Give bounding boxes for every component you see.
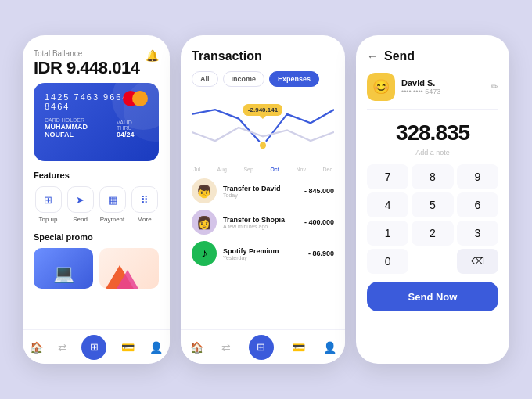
num-6[interactable]: 6 [457,192,498,217]
numpad: 7 8 9 4 5 6 1 2 3 0 ⌫ [367,164,498,274]
month-oct: Oct [270,167,279,172]
feature-send[interactable]: ➤ Send [66,186,95,223]
transaction-title: Transaction [192,49,334,63]
promo-card-2[interactable] [99,248,159,289]
txn-info-spotify: Spotify Premium Yesterday [223,247,302,261]
laptop-icon: 💻 [53,264,74,284]
balance-label: Total Ballance [34,49,139,58]
nav-transfer-icon[interactable]: ⇄ [58,341,67,354]
recipient-name: David S. [401,78,484,88]
txn-amount-spotify: - 86.900 [308,250,334,257]
nav-profile-icon[interactable]: 👤 [149,341,163,354]
txn-amount-shopia: - 400.000 [304,218,334,226]
txn-name-shopia: Transfer to Shopia [223,216,298,224]
num-7[interactable]: 7 [367,164,408,189]
chart-dot [259,141,267,149]
txn-info-shopia: Transfer to Shopia A few minutes ago [223,216,298,229]
amount-note[interactable]: Add a note [367,149,498,156]
feature-topup[interactable]: ⊞ Top up [34,186,63,223]
month-sep: Sep [243,167,253,172]
mastercard-logo [123,91,148,106]
send-now-label: Send Now [408,291,458,303]
recipient-row: 😊 David S. •••• •••• 5473 ✏ [367,73,498,110]
nav2-transfer-icon[interactable]: ⇄ [221,341,231,354]
month-aug: Aug [217,167,226,172]
send-now-button[interactable]: Send Now [367,282,498,311]
txn-info-david: Transfer to David Today [223,185,298,198]
num-2[interactable]: 2 [412,221,453,246]
txn-amount-david: - 845.000 [304,187,334,195]
promo-title: Special promo [34,232,159,242]
balance-amount: IDR 9.448.014 [34,58,139,78]
tab-expenses[interactable]: Expenses [269,71,319,87]
filter-tabs: All Income Expenses [192,71,334,87]
nav-home-icon[interactable]: 🏠 [30,341,43,354]
mc-orange-circle [132,91,148,106]
chart-labels: Jul Aug Sep Oct Nov Dec [192,167,334,172]
nav-scan-icon[interactable]: ⊞ [81,335,106,360]
num-4[interactable]: 4 [367,192,408,217]
month-dec: Dec [323,167,332,172]
send-header: ← Send [367,49,498,63]
send-page-title: Send [384,49,415,63]
amount-display: 328.835 [367,120,498,146]
promo-cards: 💻 [34,248,159,289]
payment-label: Payment [100,216,125,223]
bell-icon: 🔔 [146,49,159,62]
promo-card-1[interactable]: 💻 [34,248,93,289]
triangle-2 [117,270,138,289]
chart-tooltip: -2.940.141 [243,104,282,116]
num-1[interactable]: 1 [367,221,408,246]
tab-income[interactable]: Income [223,71,265,87]
expense-line [192,128,334,141]
num-3[interactable]: 3 [457,221,498,246]
num-0[interactable]: 0 [367,249,408,274]
more-icon: ⠿ [131,186,158,213]
credit-card: 1425 7463 9664 8464 CARD HOLDER MUHAMMAD… [34,83,159,161]
month-nov: Nov [297,167,306,172]
edit-icon[interactable]: ✏ [491,81,498,92]
topup-icon: ⊞ [35,186,62,213]
tab-all[interactable]: All [192,71,218,87]
transaction-list: 👦 Transfer to David Today - 845.000 👩 Tr… [192,178,334,266]
nav-wallet-icon[interactable]: 💳 [121,341,135,354]
send-icon: ➤ [67,186,94,213]
transaction-item[interactable]: 👦 Transfer to David Today - 845.000 [192,178,334,203]
card-holder-label: CARD HOLDER [45,117,117,123]
send-label: Send [73,216,88,223]
txn-time-david: Today [223,192,298,198]
feature-payment[interactable]: ▦ Payment [98,186,127,223]
month-jul: Jul [193,167,200,172]
more-label: More [137,216,151,223]
recipient-info: David S. •••• •••• 5473 [401,78,484,95]
valid-thru-label: VALID THRU [117,120,148,131]
transaction-item-2[interactable]: 👩 Transfer to Shopia A few minutes ago -… [192,210,334,235]
feature-more[interactable]: ⠿ More [130,186,159,223]
phone-1: Total Ballance IDR 9.448.014 🔔 1425 7463… [23,35,170,364]
phone-2: Transaction All Income Expenses -2.940.1… [181,35,345,364]
nav2-scan-icon[interactable]: ⊞ [249,335,274,360]
amount-value: 328.835 [367,120,498,146]
card-holder-value: MUHAMMAD NOUFAL [45,123,117,138]
bottom-nav-1: 🏠 ⇄ ⊞ 💳 👤 [23,329,170,364]
num-9[interactable]: 9 [457,164,498,189]
nav2-profile-icon[interactable]: 👤 [323,341,336,354]
nav2-wallet-icon[interactable]: 💳 [292,341,305,354]
phone-3: ← Send 😊 David S. •••• •••• 5473 ✏ 328.8… [356,35,509,364]
back-button[interactable]: ← [367,50,378,63]
payment-icon: ▦ [99,186,126,213]
txn-avatar-david: 👦 [192,178,217,203]
txn-time-spotify: Yesterday [223,255,302,261]
bottom-nav-2: 🏠 ⇄ ⊞ 💳 👤 [181,329,345,364]
nav2-home-icon[interactable]: 🏠 [190,341,203,354]
txn-name-spotify: Spotify Premium [223,247,302,255]
transaction-item-3[interactable]: ♪ Spotify Premium Yesterday - 86.900 [192,241,334,266]
num-8[interactable]: 8 [412,164,453,189]
recipient-avatar: 😊 [367,73,395,101]
backspace-button[interactable]: ⌫ [457,249,498,274]
features-grid: ⊞ Top up ➤ Send ▦ Payment ⠿ More [34,186,159,223]
recipient-card: •••• •••• 5473 [401,88,484,95]
txn-avatar-shopia: 👩 [192,210,217,235]
num-5[interactable]: 5 [412,192,453,217]
chart-area: -2.940.141 [192,96,334,159]
